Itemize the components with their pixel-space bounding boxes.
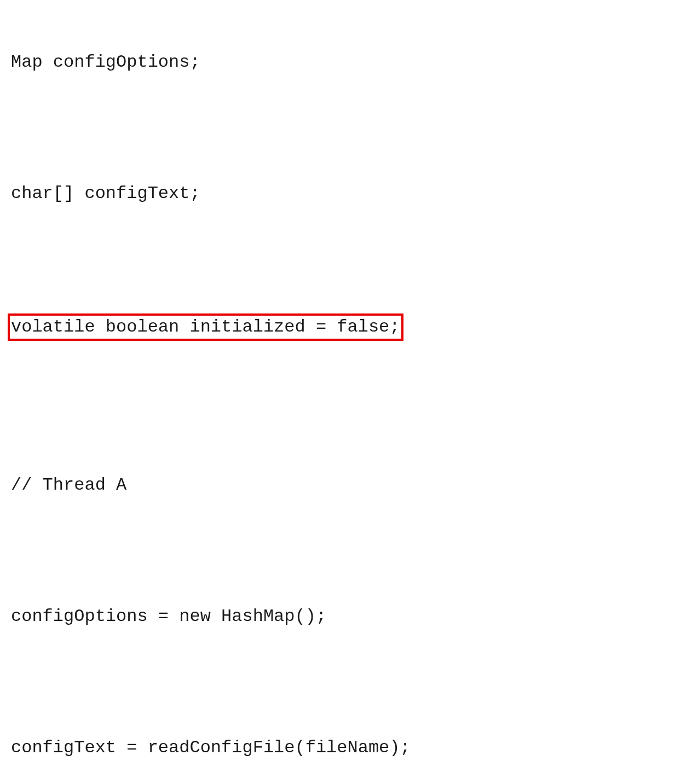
blank-line: [11, 542, 681, 560]
code-line: char[] configText;: [11, 182, 681, 205]
code-line: configOptions = new HashMap();: [11, 605, 681, 628]
highlight-box: volatile boolean initialized = false;: [8, 313, 403, 341]
blank-line: [11, 673, 681, 691]
code-snippet: Map configOptions; char[] configText; vo…: [11, 5, 681, 784]
code-line: Map configOptions;: [11, 51, 681, 74]
blank-line: [11, 119, 681, 137]
blank-line: [11, 251, 681, 268]
code-line-highlighted: volatile boolean initialized = false;: [11, 313, 681, 341]
code-line: configText = readConfigFile(fileName);: [11, 736, 681, 759]
blank-section: [11, 386, 681, 428]
code-comment: // Thread A: [11, 474, 681, 497]
